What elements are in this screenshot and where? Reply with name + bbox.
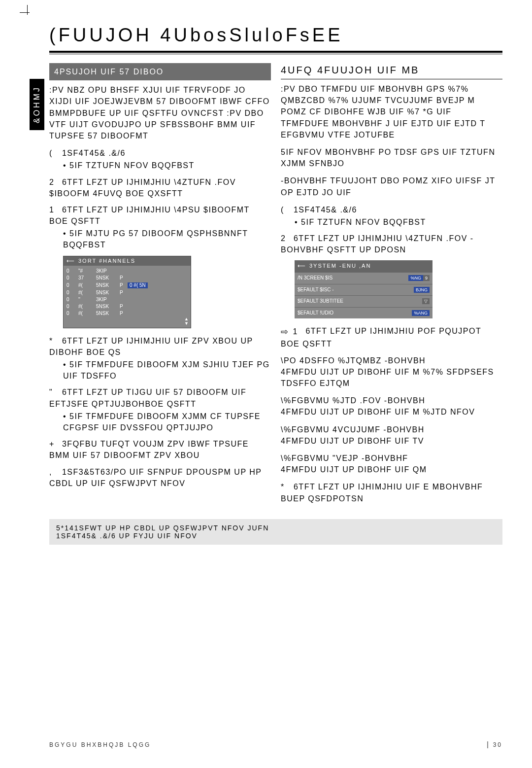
- step-head-lang: 4UFQ 4FUUJOH UIF MB: [281, 63, 502, 79]
- opt-head: \%FGBVMU 4VCUJUMF -BOHVBH: [281, 425, 425, 434]
- step-num: *: [281, 481, 291, 492]
- opt-4: \%FGBVMU "VEJP -BOHVBHF 4FMFDU UIJT UP D…: [281, 453, 502, 475]
- tip-line-1: 5*141SFWT UP HP CBDL UP QSFWJPVT NFOV JU…: [56, 524, 496, 532]
- tip-line-2: 1SF4T45& .&/6 UP FYJU UIF NFOV: [56, 532, 496, 540]
- system-menu-table: 3YSTEM -ENU ,AN /N 3CREEN $IS%NG9$EFAULT…: [295, 260, 432, 318]
- right-note1: 5IF NFOV MBOHVBHF PO TDSF GPS UIF TZTUFN…: [281, 146, 502, 169]
- step-text: 1SF4T45& .&/6: [294, 206, 357, 214]
- table-title: 3YSTEM -ENU ,AN: [295, 260, 432, 272]
- rstep-1: ( 1SF4T45& .&/6 5IF TZTUFN NFOV BQQFBST: [281, 204, 502, 228]
- table-row: 0''3KIP: [64, 296, 191, 303]
- right-column: 4UFQ 4FUUJOH UIF MB :PV DBO TFMFDU UIF M…: [281, 63, 502, 509]
- table-title: 3ORT #HANNELS: [64, 256, 191, 266]
- opt-body: 4FMFDU UIJT UP DIBOHF UIF TV: [281, 437, 424, 445]
- table-row: $EFAULT !UDIO%ANG: [295, 307, 432, 319]
- step-text: 6TFT LFZT UP IJHIMJHIU \4ZTUFN .FOV -BOH…: [281, 234, 474, 254]
- left-column: 4PSUJOH UIF 57 DIBOO :PV NBZ OPU BHSFF X…: [49, 63, 271, 509]
- tips-box: 5*141SFWT UP HP CBDL UP QSFWJPVT NFOV JU…: [49, 519, 502, 545]
- right-note2: -BOHVBHF TFUUJOHT DBO POMZ XIFO UIFSF JT…: [281, 175, 502, 198]
- table-row: $EFAULT $ISC -BJNG: [295, 284, 432, 296]
- step-text: 6TFT LFZT UP IJHIMJHIU \4ZTUFN .FOV $IBO…: [49, 178, 236, 198]
- opt-body: 4FMFDU UIJT UP DIBOHF UIF M %7% SFDPSEFS…: [281, 368, 494, 387]
- sort-channels-table: 3ORT #HANNELS 0"#3KIP0375NSKP0#(5NSKP0 #…: [63, 256, 191, 328]
- table-rows: 0"#3KIP0375NSKP0#(5NSKP0 #( 5N0#(5NSKP0'…: [64, 266, 191, 328]
- page-title: (FUUJOH 4UbosSluloFsEE: [49, 25, 502, 46]
- table-row: 0"#3KIP: [64, 268, 191, 275]
- step-bullet: 5IF MJTU PG 57 DIBOOFM QSPHSBNNFT BQQFBS…: [63, 228, 271, 250]
- table-row: $EFAULT 3UBTITEE▽: [295, 295, 432, 307]
- step-bullet: 5IF TFMFDUFE DIBOOFM XJM SJHIU TJEF PG U…: [63, 359, 271, 382]
- rule-thin: [49, 54, 502, 54]
- table-row: 0#(5NSKP: [64, 289, 191, 296]
- step-num: 2: [281, 233, 291, 244]
- left-intro: :PV NBZ OPU BHSFF XJUI UIF TFRVFODF JO X…: [49, 84, 271, 141]
- table-row: 0#(5NSKP0 #( 5N: [64, 281, 191, 289]
- page-footer: BGYGU BHXBHQJB LQGG 30: [49, 741, 502, 748]
- step-num: ": [49, 386, 59, 398]
- step-text: 6TFT LFZT UP IJHIMJHIU POF PQUJPOT BOE Q…: [281, 327, 481, 349]
- table-row: /N 3CREEN $IS%NG9: [295, 272, 432, 284]
- opt-body: 4FMFDU UIJT UP DIBOHF UIF M %JTD NFOV: [281, 408, 475, 416]
- step-num: +: [49, 438, 59, 450]
- step-bullet: 5IF TZTUFN NFOV BQQFBST: [295, 216, 502, 228]
- step-bullet: 5IF TZTUFN NFOV BQQFBST: [63, 160, 271, 171]
- step-num: ,: [49, 466, 59, 478]
- rstep-2: 2 6TFT LFZT UP IJHIMJHIU \4ZTUFN .FOV -B…: [281, 233, 502, 255]
- footer-left: BGYGU BHXBHQJB LQGG: [49, 741, 151, 748]
- step-num: *: [49, 335, 59, 347]
- step-2: 2 6TFT LFZT UP IJHIMJHIU \4ZTUFN .FOV $I…: [49, 176, 271, 199]
- step-text: 6TFT LFZT UP IJHIMJHIU UIF E MBOHVBHF BU…: [281, 483, 483, 502]
- step-text: 1SF4T45& .&/6: [62, 149, 126, 157]
- step-bullet: 5IF TFMFDUFE DIBOOFM XJMM CF TUPSFE CFGP…: [63, 411, 271, 433]
- table-row: 0375NSKP: [64, 275, 191, 281]
- step-num: 1: [49, 204, 59, 215]
- page-number: 30: [487, 741, 502, 748]
- right-intro: :PV DBO TFMFDU UIF MBOHVBH GPS %7% QMBZC…: [281, 83, 502, 140]
- step-3: 1 6TFT LFZT UP IJHIMJHIU \4PSU $IBOOFMT …: [49, 204, 271, 251]
- step-num: (: [281, 204, 291, 215]
- step-7: , 1SF3&5T63/PO UIF SFNPUF DPOUSPM UP HP …: [49, 466, 271, 489]
- opt-head: \PO 4DSFFO %JTQMBZ -BOHVBH: [281, 356, 426, 365]
- step-5: " 6TFT LFZT UP TIJGU UIF 57 DIBOOFM UIF …: [49, 386, 271, 433]
- table-row: 0#(5NSKP: [64, 303, 191, 310]
- step-num: 1: [293, 326, 302, 337]
- rstep-4: * 6TFT LFZT UP IJHIMJHIU UIF E MBOHVBHF …: [281, 481, 502, 504]
- step-num: (: [49, 147, 59, 159]
- step-text: 1SF3&5T63/PO UIF SFNPUF DPOUSPM UP HP CB…: [49, 468, 262, 488]
- rule-thick: [49, 51, 502, 53]
- side-tab: &OHMJ: [30, 79, 44, 130]
- step-text: 3FQFBU TUFQT VOUJM ZPV IBWF TPSUFE BMM U…: [49, 440, 249, 459]
- opt-head: \%FGBVMU "VEJP -BOHVBHF: [281, 454, 408, 462]
- step-1: ( 1SF4T45& .&/6 5IF TZTUFN NFOV BQQFBST: [49, 147, 271, 171]
- opt-2: \%FGBVMU %JTD .FOV -BOHVBH 4FMFDU UIJT U…: [281, 395, 502, 418]
- rstep-3: ⇨ 1 6TFT LFZT UP IJHIMJHIU POF PQUJPOT B…: [281, 325, 502, 349]
- step-text: 6TFT LFZT UP TIJGU UIF 57 DIBOOFM UIF EF…: [49, 388, 246, 408]
- table-rows: /N 3CREEN $IS%NG9$EFAULT $ISC -BJNG$EFAU…: [295, 272, 432, 318]
- opt-head: \%FGBVMU %JTD .FOV -BOHVBH: [281, 396, 425, 405]
- section-head-sort: 4PSUJOH UIF 57 DIBOO: [49, 63, 271, 80]
- step-text: 6TFT LFZT UP IJHIMJHIU \4PSU $IBOOFMT BO…: [49, 206, 250, 225]
- step-text: 6TFT LFZT UP IJHIMJHIU UIF ZPV XBOU UP D…: [49, 337, 253, 356]
- table-row: 0#(5NSKP: [64, 310, 191, 317]
- arrow-out-icon: ⇨: [281, 327, 289, 337]
- step-num: 2: [49, 176, 59, 188]
- step-4: * 6TFT LFZT UP IJHIMJHIU UIF ZPV XBOU UP…: [49, 335, 271, 382]
- opt-3: \%FGBVMU 4VCUJUMF -BOHVBH 4FMFDU UIJT UP…: [281, 424, 502, 447]
- step-6: + 3FQFBU TUFQT VOUJM ZPV IBWF TPSUFE BMM…: [49, 438, 271, 461]
- opt-1: \PO 4DSFFO %JTQMBZ -BOHVBH 4FMFDU UIJT U…: [281, 355, 502, 389]
- opt-body: 4FMFDU UIJT UP DIBOHF UIF QM: [281, 465, 427, 474]
